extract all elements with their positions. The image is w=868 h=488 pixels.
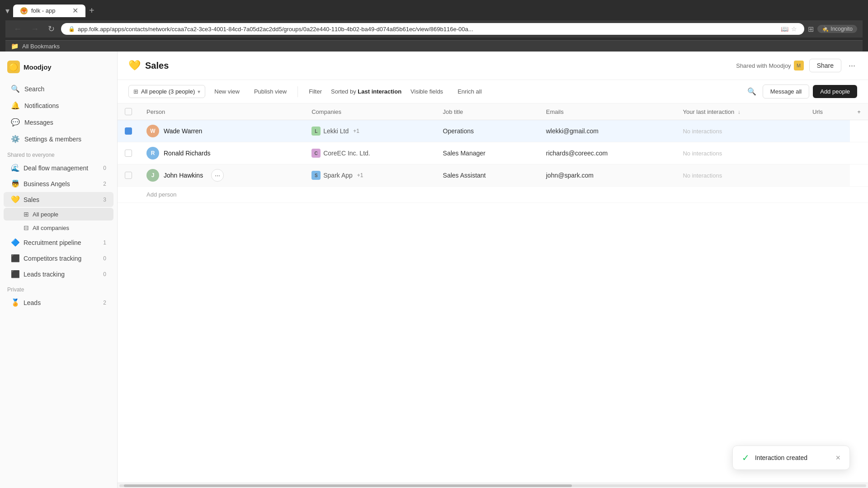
recruitment-count: 1 [103,239,106,246]
table-container: Person Companies Job title Emails Your l [118,103,868,483]
extensions-icon[interactable]: ⊞ [808,25,814,33]
message-all-button[interactable]: Message all [763,84,809,99]
refresh-button[interactable]: ↻ [45,23,57,35]
sidebar-item-messages[interactable]: 💬 Messages [4,114,113,130]
tab-icon: 🦊 [20,7,28,14]
bookmarks-bar: 📁 All Bookmarks [5,40,863,52]
sidebar-item-all-people[interactable]: ⊞ All people [4,208,113,221]
urls-cell [805,120,850,142]
search-icon-button[interactable]: 🔍 [745,84,759,99]
row-checkbox-john[interactable] [125,172,132,179]
page-title-icon: 💛 [128,60,141,71]
no-interactions-label: No interactions [683,150,722,157]
visible-fields-button[interactable]: Visible fields [405,85,448,98]
sidebar-item-business-angels[interactable]: 👼 Business Angels 2 [4,176,113,191]
tab-close-button[interactable]: ✕ [72,7,78,14]
new-view-button[interactable]: New view [209,85,245,98]
toast-close-button[interactable]: × [835,453,840,463]
person-cell: R Ronald Richards [139,142,304,164]
company-plus: +1 [357,172,363,178]
leads-tracking-icon: ⬛ [11,270,20,278]
incognito-badge: 🕵️ Incognito [817,25,857,33]
select-all-checkbox[interactable] [125,108,132,115]
incognito-icon: 🕵️ [822,26,829,32]
add-person-row[interactable]: Add person [118,187,868,203]
email-cell: john@spark.com [539,164,676,187]
add-person-empty-5 [805,187,850,203]
browser-tabs: ▾ 🦊 folk - app ✕ + [5,4,863,18]
table-header-row: Person Companies Job title Emails Your l [118,103,868,120]
recruitment-icon: 🔷 [11,238,20,247]
sidebar-item-leads-tracking[interactable]: ⬛ Leads tracking 0 [4,267,113,282]
avatar: W [146,125,159,137]
person-name[interactable]: Ronald Richards [164,150,211,157]
row-actions: ··· [211,169,224,182]
sidebar-item-recruitment[interactable]: 🔷 Recruitment pipeline 1 [4,235,113,250]
main-content: 💛 Sales Shared with Moodjoy M Share ··· … [118,52,868,488]
search-icon: 🔍 [11,84,20,93]
sidebar-item-sales[interactable]: 💛 Sales 3 [4,192,113,207]
add-person-empty-3 [539,187,676,203]
person-name[interactable]: John Hawkins [164,172,203,179]
company-name: Spark App [323,172,353,179]
horizontal-scrollbar[interactable] [118,483,868,488]
avatar: J [146,169,159,182]
sidebar-item-deal-flow[interactable]: 🌊 Deal flow management 0 [4,160,113,175]
add-people-button[interactable]: Add people [813,85,857,98]
new-tab-button[interactable]: + [87,4,96,18]
company-logo: S [311,171,321,180]
row-more-button[interactable]: ··· [211,169,224,182]
tab-scroll-left[interactable]: ▾ [5,6,9,16]
more-options-button[interactable]: ··· [847,59,857,72]
messages-icon: 💬 [11,118,20,127]
forward-button[interactable]: → [28,23,42,35]
brand-icon: 🟡 [7,61,20,73]
publish-view-button[interactable]: Publish view [249,85,292,98]
row-checkbox-cell [118,164,139,187]
header-companies: Companies [304,103,435,120]
sidebar-item-notifications[interactable]: 🔔 Notifications [4,98,113,113]
gear-icon: ⚙️ [11,135,20,143]
competitors-count: 0 [103,255,106,262]
add-person-empty-2 [436,187,539,203]
grid-view-icon: ⊞ [133,88,138,95]
back-button[interactable]: ← [11,23,24,35]
sidebar-item-competitors[interactable]: ⬛ Competitors tracking 0 [4,251,113,266]
sales-icon: 💛 [11,195,20,204]
person-name[interactable]: Wade Warren [164,127,202,135]
sidebar-item-leads[interactable]: 🏅 Leads 2 [4,295,113,310]
sidebar-item-all-companies[interactable]: ⊟ All companies [4,221,113,234]
last-interaction-cell: No interactions [675,142,805,164]
header-add-col[interactable]: + [850,103,868,120]
active-tab[interactable]: 🦊 folk - app ✕ [13,5,85,17]
enrich-all-button[interactable]: Enrich all [452,85,487,98]
toolbar-divider-1 [297,86,298,97]
company-logo: L [311,127,321,136]
job-title-cell: Sales Manager [436,142,539,164]
filter-button[interactable]: Filter [303,85,327,98]
add-person-label[interactable]: Add person [146,191,177,198]
share-button[interactable]: Share [809,59,841,72]
address-bar[interactable]: 🔒 app.folk.app/apps/contacts/network/cca… [61,23,804,35]
urls-cell [805,142,850,164]
row-checkbox-wade[interactable] [125,127,132,135]
last-interaction-cell: No interactions [675,120,805,142]
shared-section-label: Shared to everyone [0,147,117,160]
person-cell-content: R Ronald Richards [146,147,297,160]
deal-flow-icon: 🌊 [11,164,20,172]
leads-label: Leads [24,299,41,306]
competitors-label: Competitors tracking [24,255,81,262]
all-people-label: All people [33,211,58,218]
page-title-area: 💛 Sales [128,60,731,71]
sidebar-item-settings[interactable]: ⚙️ Settings & members [4,131,113,147]
add-person-empty-1 [304,187,435,203]
sidebar-item-search[interactable]: 🔍 Search [4,81,113,97]
row-checkbox-ronald[interactable] [125,150,132,157]
add-person-cell[interactable]: Add person [139,187,304,203]
browser-toolbar: ← → ↻ 🔒 app.folk.app/apps/contacts/netwo… [5,20,863,38]
company-plus: +1 [353,128,359,134]
avatar: R [146,147,159,160]
view-selector[interactable]: ⊞ All people (3 people) ▾ [128,85,205,98]
scrollbar-thumb[interactable] [124,484,572,487]
header-job-title: Job title [436,103,539,120]
